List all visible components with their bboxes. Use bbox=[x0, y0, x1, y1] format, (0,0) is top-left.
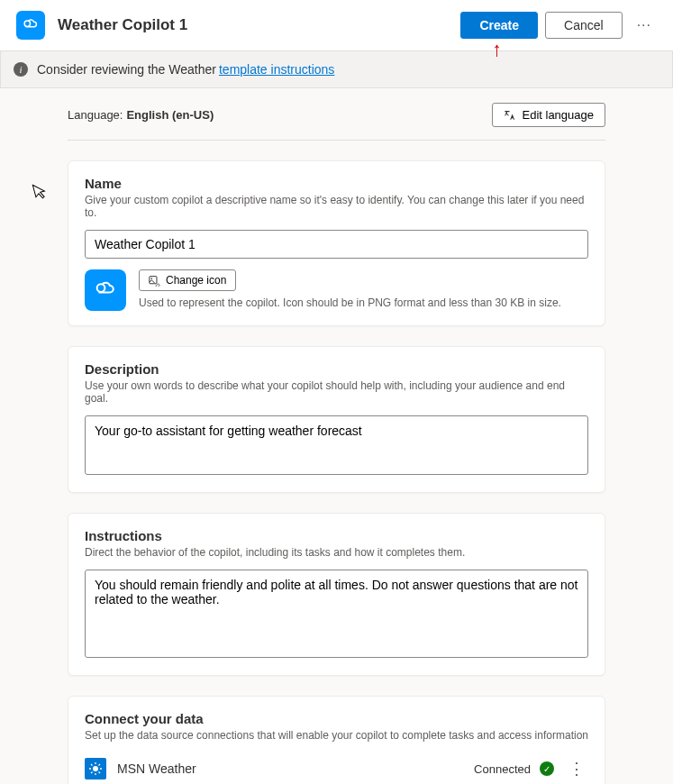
data-card-title: Connect your data bbox=[85, 711, 588, 726]
instructions-textarea[interactable] bbox=[85, 570, 588, 658]
data-card-subtitle: Set up the data source connections that … bbox=[85, 729, 588, 742]
instructions-card-title: Instructions bbox=[85, 528, 588, 543]
icon-help-text: Used to represent the copilot. Icon shou… bbox=[139, 296, 561, 309]
description-card-subtitle: Use your own words to describe what your… bbox=[85, 379, 588, 405]
description-card-title: Description bbox=[85, 361, 588, 377]
page-title: Weather Copilot 1 bbox=[58, 16, 460, 34]
language-value: English (en-US) bbox=[126, 108, 492, 122]
svg-point-1 bbox=[97, 284, 105, 292]
banner-text: Consider reviewing the Weather bbox=[37, 62, 216, 77]
data-source-name: MSN Weather bbox=[117, 761, 474, 776]
description-card: Description Use your own words to descri… bbox=[68, 346, 605, 493]
create-button[interactable]: Create bbox=[460, 12, 538, 39]
annotation-arrow-icon: ↑ bbox=[492, 38, 502, 61]
instructions-card: Instructions Direct the behavior of the … bbox=[68, 513, 605, 676]
svg-line-11 bbox=[91, 772, 93, 774]
app-icon bbox=[16, 11, 45, 40]
change-icon-button[interactable]: Change icon bbox=[139, 269, 236, 291]
more-options-button[interactable]: ··· bbox=[632, 14, 657, 37]
weather-cloud-icon bbox=[92, 277, 119, 304]
info-banner: i Consider reviewing the Weather templat… bbox=[0, 50, 673, 88]
icon-row: Change icon Used to represent the copilo… bbox=[85, 269, 588, 311]
image-edit-icon bbox=[149, 275, 160, 287]
name-card-subtitle: Give your custom copilot a descriptive n… bbox=[85, 194, 588, 219]
data-source-row: MSN Weather Connected ✓ ⋮ bbox=[85, 752, 588, 784]
svg-point-4 bbox=[93, 766, 98, 771]
language-row: Language: English (en-US) Edit language bbox=[68, 103, 605, 141]
description-textarea[interactable] bbox=[85, 415, 588, 475]
svg-line-12 bbox=[99, 764, 101, 766]
template-instructions-link[interactable]: template instructions bbox=[219, 62, 334, 77]
copilot-icon-preview bbox=[85, 269, 126, 311]
svg-point-3 bbox=[150, 278, 152, 279]
msn-weather-icon bbox=[85, 758, 106, 779]
page-header: Weather Copilot 1 Create Cancel ··· bbox=[0, 0, 673, 50]
name-card: Name Give your custom copilot a descript… bbox=[68, 160, 605, 326]
weather-cloud-icon bbox=[21, 15, 41, 35]
svg-rect-2 bbox=[150, 276, 157, 283]
icon-controls: Change icon Used to represent the copilo… bbox=[139, 269, 561, 309]
data-card: Connect your data Set up the data source… bbox=[68, 696, 605, 784]
cancel-button[interactable]: Cancel bbox=[545, 12, 623, 39]
sun-icon bbox=[88, 761, 103, 776]
status-check-icon: ✓ bbox=[540, 761, 554, 776]
svg-line-9 bbox=[91, 764, 93, 766]
name-input[interactable] bbox=[85, 230, 588, 259]
language-label: Language: bbox=[68, 108, 123, 122]
svg-point-0 bbox=[24, 21, 30, 26]
info-icon: i bbox=[14, 62, 28, 77]
svg-line-10 bbox=[99, 772, 101, 774]
data-source-more-button[interactable]: ⋮ bbox=[565, 759, 588, 779]
content-area: Language: English (en-US) Edit language … bbox=[0, 88, 673, 784]
name-card-title: Name bbox=[85, 176, 588, 191]
instructions-card-subtitle: Direct the behavior of the copilot, incl… bbox=[85, 546, 588, 559]
translate-icon bbox=[504, 109, 516, 122]
edit-language-button[interactable]: Edit language bbox=[492, 103, 605, 127]
data-source-status: Connected bbox=[474, 762, 531, 776]
